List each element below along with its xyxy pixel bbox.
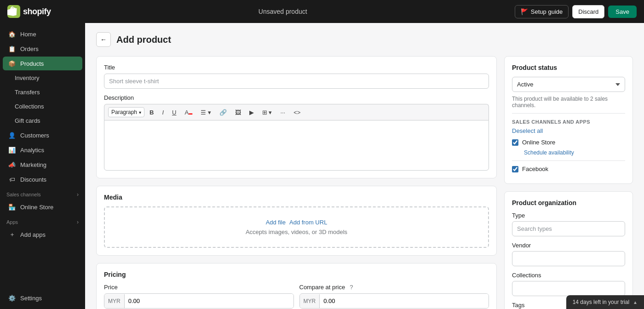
marketing-icon: 📣 (8, 161, 16, 168)
col-main: Title Description Paragraph ▾ B I U (96, 56, 497, 309)
add-file-button[interactable]: Add file (266, 219, 286, 226)
page-title: Add product (116, 34, 171, 45)
sidebar-item-marketing[interactable]: 📣 Marketing (3, 158, 82, 172)
facebook-checkbox[interactable] (512, 166, 518, 172)
separator-1 (512, 113, 625, 114)
customers-icon: 👤 (8, 132, 16, 139)
more-button[interactable]: ··· (277, 108, 288, 117)
expand-apps-icon: › (77, 219, 79, 225)
sidebar-item-orders[interactable]: 📋 Orders (3, 42, 82, 56)
sidebar-item-transfers[interactable]: Transfers (3, 86, 82, 99)
compare-currency: MYR (300, 294, 320, 308)
facebook-label: Facebook (522, 166, 548, 172)
back-button[interactable]: ← (96, 32, 111, 47)
save-button[interactable]: Save (608, 6, 637, 18)
app-body: 🏠 Home 📋 Orders 📦 Products Inventory Tra… (0, 23, 644, 309)
orders-icon: 📋 (8, 45, 16, 52)
settings-icon: ⚙️ (8, 294, 16, 302)
main-content: ← Add product Title Description (85, 23, 644, 309)
separator-2 (512, 160, 625, 161)
discounts-icon: 🏷 (8, 176, 16, 183)
sidebar-item-customers[interactable]: 👤 Customers (3, 128, 82, 142)
sidebar-item-products[interactable]: 📦 Products (3, 57, 82, 70)
collections-label: Collections (512, 272, 625, 279)
media-card: Media Add file Add from URL Accepts imag… (96, 186, 497, 256)
vendor-label: Vendor (512, 242, 625, 249)
title-input[interactable] (104, 74, 489, 89)
content-columns: Title Description Paragraph ▾ B I U (96, 56, 633, 309)
editor-toolbar: Paragraph ▾ B I U A▬ ☰ ▾ 🔗 🖼 ▶ ⊞ ▾ (104, 104, 489, 120)
sidebar-item-settings[interactable]: ⚙️ Settings (3, 291, 82, 305)
underline-button[interactable]: U (169, 108, 179, 117)
code-button[interactable]: <> (290, 108, 304, 117)
products-icon: 📦 (8, 60, 16, 67)
link-button[interactable]: 🔗 (216, 108, 230, 117)
bold-button[interactable]: B (146, 108, 157, 117)
back-arrow-icon: ← (100, 36, 107, 43)
topbar-actions: 🚩 Setup guide Discard Save (515, 5, 637, 18)
schedule-availability-link[interactable]: Schedule availability (524, 149, 625, 156)
italic-button[interactable]: I (159, 108, 167, 117)
color-button[interactable]: A▬ (181, 108, 196, 117)
compare-price-help-icon: ? (350, 284, 353, 291)
sidebar-item-analytics[interactable]: 📊 Analytics (3, 143, 82, 157)
add-url-button[interactable]: Add from URL (289, 219, 327, 226)
sidebar-item-gift-cards[interactable]: Gift cards (3, 114, 82, 127)
sidebar-item-collections[interactable]: Collections (3, 100, 82, 113)
apps-section-label: Apps › (0, 214, 85, 227)
media-title: Media (104, 194, 489, 201)
online-store-checkbox[interactable] (512, 139, 518, 146)
trial-bar[interactable]: 14 days left in your trial ▲ (566, 295, 644, 309)
price-currency: MYR (104, 294, 125, 308)
channel-row-online-store: Online Store (512, 139, 625, 146)
store-icon: 🏪 (8, 203, 16, 211)
channel-row-facebook: Facebook (512, 166, 625, 172)
shopify-logo: shopify (7, 5, 51, 18)
align-button[interactable]: ☰ ▾ (197, 108, 214, 117)
trial-text: 14 days left in your trial (573, 299, 629, 305)
plus-icon: ＋ (8, 231, 16, 238)
media-accepts-text: Accepts images, videos, or 3D models (246, 229, 347, 235)
description-label: Description (104, 94, 489, 101)
price-input[interactable] (125, 294, 293, 308)
collections-field: Collections (512, 272, 625, 296)
type-input[interactable] (512, 221, 625, 236)
topbar-title: Unsaved product (259, 8, 307, 15)
pricing-grid: Price MYR Compare at price ? (104, 284, 489, 309)
sidebar-item-add-apps[interactable]: ＋ Add apps (3, 228, 82, 241)
sidebar-item-online-store[interactable]: 🏪 Online Store (3, 200, 82, 214)
compare-price-field: Compare at price ? MYR (299, 284, 489, 309)
vendor-input[interactable] (512, 251, 625, 266)
collections-input[interactable] (512, 281, 625, 296)
logo-text: shopify (23, 7, 51, 17)
page-header: ← Add product (96, 32, 633, 47)
table-button[interactable]: ⊞ ▾ (259, 108, 276, 117)
compare-price-label: Compare at price ? (299, 284, 489, 291)
setup-guide-button[interactable]: 🚩 Setup guide (515, 5, 569, 18)
product-org-title: Product organization (512, 199, 625, 206)
vendor-field: Vendor (512, 242, 625, 266)
image-button[interactable]: 🖼 (232, 108, 244, 117)
price-field: Price MYR (104, 284, 294, 309)
video-button[interactable]: ▶ (246, 108, 257, 117)
sidebar-item-inventory[interactable]: Inventory (3, 71, 82, 85)
type-label: Type (512, 212, 625, 219)
pricing-title: Pricing (104, 271, 489, 278)
flag-icon: 🚩 (521, 8, 528, 15)
price-label: Price (104, 284, 294, 291)
compare-price-input[interactable] (320, 294, 489, 308)
sidebar-item-discounts[interactable]: 🏷 Discounts (3, 172, 82, 186)
price-input-wrapper: MYR (104, 293, 294, 309)
media-dropzone[interactable]: Add file Add from URL Accepts images, vi… (104, 206, 489, 248)
product-status-title: Product status (512, 64, 625, 71)
type-field: Type (512, 212, 625, 236)
analytics-icon: 📊 (8, 146, 16, 154)
compare-price-input-wrapper: MYR (299, 293, 489, 309)
paragraph-select[interactable]: Paragraph ▾ (108, 107, 144, 117)
sidebar-item-home[interactable]: 🏠 Home (3, 27, 82, 41)
status-select[interactable]: Active Draft (512, 77, 625, 92)
description-editor[interactable] (104, 120, 489, 171)
product-status-card: Product status Active Draft This product… (504, 56, 633, 184)
discard-button[interactable]: Discard (572, 5, 604, 18)
deselect-all-link[interactable]: Deselect all (512, 127, 625, 134)
